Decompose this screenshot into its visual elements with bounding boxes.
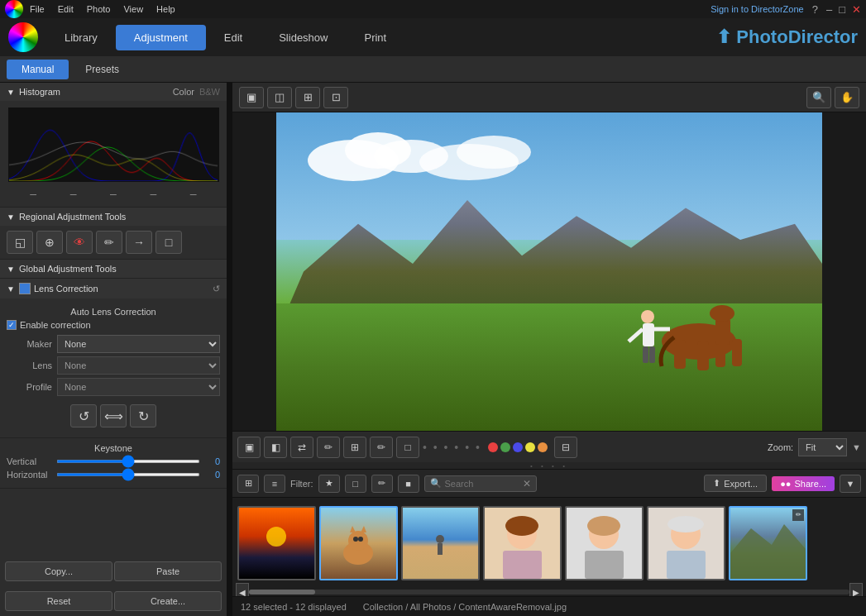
zoom-select[interactable]: Fit Fill 25% 50% 75% 100% 150% 200%	[798, 438, 847, 456]
dot-green[interactable]	[500, 442, 510, 452]
thumb-woman2[interactable]	[565, 506, 644, 580]
thumb-woman3-img	[648, 508, 724, 579]
copy-button[interactable]: Copy...	[5, 561, 112, 581]
histogram-header[interactable]: ▼ Histogram Color B&W	[0, 83, 227, 101]
lens-rotate-left[interactable]: ↺	[70, 404, 97, 427]
hist-ctrl-2[interactable]: –	[70, 187, 77, 200]
bt-tool3[interactable]: ⇄	[290, 437, 313, 458]
export-button[interactable]: ⬆ Export...	[704, 475, 767, 492]
help-icon[interactable]: ?	[812, 3, 818, 16]
signin-link[interactable]: Sign in to DirectorZone	[711, 4, 804, 14]
lens-reset-icon[interactable]: ↺	[213, 284, 220, 294]
lens-correction-header[interactable]: ▼ Lens Correction ↺	[0, 279, 227, 298]
share-button[interactable]: ●● Share...	[772, 476, 835, 491]
scrollbar-track	[249, 590, 849, 595]
thumb-beach-img	[403, 508, 478, 579]
dot-yellow[interactable]	[525, 442, 535, 452]
histogram-color-label[interactable]: Color	[173, 87, 194, 97]
filter-type[interactable]: □	[345, 475, 366, 493]
view-compare-btn[interactable]: ◫	[267, 87, 292, 108]
bt-tool6[interactable]: ✏	[370, 437, 393, 458]
profile-select[interactable]: None	[57, 378, 220, 396]
nav-tab-edit[interactable]: Edit	[206, 25, 261, 50]
pan-btn[interactable]: ✋	[835, 87, 859, 108]
tool-brush[interactable]: ✏	[96, 231, 122, 254]
enable-checkbox[interactable]: ✓	[7, 320, 17, 330]
vertical-slider[interactable]	[56, 460, 200, 463]
svg-rect-40	[667, 551, 706, 579]
dot-orange[interactable]	[538, 442, 548, 452]
thumb-woman3[interactable]	[647, 506, 725, 580]
view-grid-btn[interactable]: ⊞	[295, 87, 320, 108]
tool-rect[interactable]: □	[155, 231, 182, 254]
nav-tab-adjustment[interactable]: Adjustment	[116, 25, 206, 50]
enable-correction-row: ✓ Enable correction	[7, 320, 220, 330]
thumb-woman1-img	[485, 508, 560, 579]
lens-rotate-right[interactable]: ↻	[130, 404, 156, 427]
search-clear-btn[interactable]: ✕	[523, 478, 531, 489]
lens-flip[interactable]: ⟺	[100, 404, 127, 427]
menu-file[interactable]: File	[30, 4, 45, 14]
create-button[interactable]: Create...	[114, 591, 222, 611]
zoom-dropdown-icon[interactable]: ▼	[852, 442, 861, 452]
bt-tool4[interactable]: ✏	[317, 437, 340, 458]
tool-eye[interactable]: 👁	[66, 231, 93, 254]
app-name: ⬆ PhotoDirector	[716, 26, 858, 48]
nav-tabs: Library Adjustment Edit Slideshow Print	[46, 25, 716, 50]
maximize-button[interactable]: □	[839, 3, 845, 16]
thumb-woman1[interactable]	[483, 506, 562, 580]
nav-tab-slideshow[interactable]: Slideshow	[261, 25, 346, 50]
drag-handle[interactable]: • • • •	[232, 462, 866, 469]
filter-btn-grid[interactable]: ⊞	[237, 475, 259, 493]
subtab-presets[interactable]: Presets	[70, 60, 134, 79]
hist-ctrl-3[interactable]: –	[110, 187, 117, 200]
share-more-btn[interactable]: ▼	[840, 475, 861, 493]
svg-point-33	[505, 516, 538, 536]
hist-ctrl-4[interactable]: –	[150, 187, 156, 200]
menu-photo[interactable]: Photo	[87, 4, 111, 14]
menu-help[interactable]: Help	[156, 4, 175, 14]
horizontal-slider[interactable]	[56, 473, 200, 476]
bt-tool7[interactable]: □	[396, 437, 419, 458]
hist-ctrl-1[interactable]: –	[30, 187, 36, 200]
filter-star[interactable]: ★	[318, 475, 340, 493]
thumb-mountain[interactable]: ✏	[729, 506, 807, 580]
paste-button[interactable]: Paste	[114, 561, 222, 581]
minimize-button[interactable]: –	[826, 3, 832, 16]
dot-blue[interactable]	[513, 442, 523, 452]
subtab-manual[interactable]: Manual	[7, 60, 69, 79]
histogram-bw-label[interactable]: B&W	[199, 87, 220, 97]
view-single-btn[interactable]: ▣	[239, 87, 264, 108]
tool-circle[interactable]: ⊕	[36, 231, 63, 254]
menu-edit[interactable]: Edit	[58, 4, 74, 14]
histogram-arrow: ▼	[7, 88, 15, 97]
bt-tool1[interactable]: ▣	[237, 437, 261, 458]
magnify-btn[interactable]: 🔍	[806, 87, 831, 108]
maker-select[interactable]: None	[57, 335, 220, 353]
thumb-beach[interactable]	[401, 506, 480, 580]
filter-more[interactable]: ■	[398, 475, 419, 493]
filter-btn-list[interactable]: ≡	[264, 475, 285, 493]
lens-checkbox[interactable]	[19, 283, 31, 294]
global-tools-header[interactable]: ▼ Global Adjustment Tools	[0, 260, 227, 278]
scrollbar-thumb[interactable]	[249, 590, 315, 595]
bt-tool5[interactable]: ⊞	[343, 437, 366, 458]
hist-ctrl-5[interactable]: –	[190, 187, 197, 200]
nav-tab-print[interactable]: Print	[346, 25, 404, 50]
filter-edit[interactable]: ✏	[371, 475, 393, 493]
thumb-sunset[interactable]	[237, 506, 316, 580]
close-button[interactable]: ✕	[852, 3, 861, 16]
nav-tab-library[interactable]: Library	[46, 25, 116, 50]
dot-red[interactable]	[488, 442, 498, 452]
bt-tool2[interactable]: ◧	[264, 437, 287, 458]
regional-tools-header[interactable]: ▼ Regional Adjustment Tools	[0, 208, 227, 226]
thumb-cat[interactable]	[319, 506, 398, 580]
tool-selection[interactable]: ◱	[7, 231, 33, 254]
reset-button[interactable]: Reset	[5, 591, 112, 611]
search-input[interactable]	[445, 479, 519, 489]
bt-sort[interactable]: ⊟	[554, 437, 577, 458]
menu-view[interactable]: View	[123, 4, 143, 14]
view-overlay-btn[interactable]: ⊡	[323, 87, 348, 108]
lens-select[interactable]: None	[57, 356, 220, 375]
tool-arrow[interactable]: →	[126, 231, 152, 254]
